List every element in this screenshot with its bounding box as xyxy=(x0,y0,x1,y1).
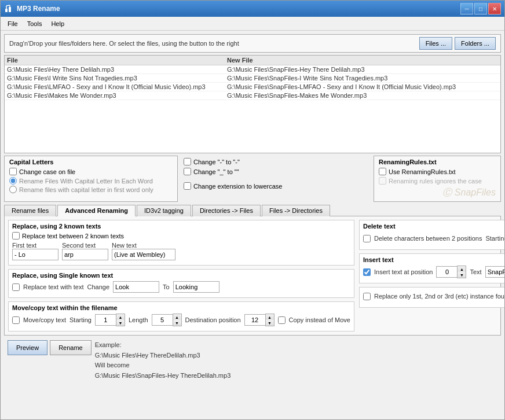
change-underscore-checkbox[interactable] xyxy=(184,168,191,175)
new-text-group: New text xyxy=(112,242,175,260)
change-case-checkbox[interactable] xyxy=(9,168,17,175)
app-icon xyxy=(4,4,13,13)
first-text-input[interactable] xyxy=(12,249,58,260)
delete-text-section: Delete text Delete characters between 2 … xyxy=(359,220,504,250)
dest-spinner: ▲ ▼ xyxy=(244,314,275,326)
starting-label-del: Starting xyxy=(485,235,504,242)
main-content: Drag'n'Drop your files/folders here. Or … xyxy=(1,31,504,419)
starting-label-mc: Starting xyxy=(69,316,92,323)
rules-ignore-label: Renaming rules ignores the case xyxy=(389,178,482,185)
replace-instance-checkbox[interactable] xyxy=(363,293,371,300)
tab-advanced-renaming[interactable]: Advanced Renaming xyxy=(57,205,136,216)
first-text-label: First text xyxy=(12,242,58,249)
table-row[interactable]: G:\Music Files\Makes Me Wonder.mp3 G:\Mu… xyxy=(5,91,500,100)
dest-label: Destination position xyxy=(185,316,241,323)
file-header: File xyxy=(7,57,227,64)
drop-text: Drag'n'Drop your files/folders here. Or … xyxy=(9,40,239,47)
delete-text-row: Delete characters between 2 positions St… xyxy=(363,232,504,245)
insert-pos-input[interactable] xyxy=(436,266,457,278)
length-up-mc[interactable]: ▲ xyxy=(173,314,181,320)
replace-single-title: Replace, using Single known text xyxy=(12,272,350,279)
menu-tools[interactable]: Tools xyxy=(23,18,47,30)
dest-input[interactable] xyxy=(244,314,265,326)
replace-instance-label: Replace only 1st, 2nd or 3rd (etc) insta… xyxy=(374,293,504,300)
dest-down[interactable]: ▼ xyxy=(266,320,274,326)
new-file-cell: G:\Music Files\SnapFiles-LMFAO - Sexy an… xyxy=(227,83,498,90)
new-text-input[interactable] xyxy=(112,249,175,260)
folders-button[interactable]: Folders ... xyxy=(455,37,496,50)
insert-pos-btns: ▲ ▼ xyxy=(457,266,466,278)
length-input-mc[interactable] xyxy=(152,314,173,326)
second-text-label: Second text xyxy=(62,242,108,249)
close-button[interactable]: ✕ xyxy=(488,3,501,14)
change-extension-checkbox[interactable] xyxy=(184,182,191,190)
rename-first-word-row: Rename files with capital letter in firs… xyxy=(9,186,173,193)
capital-letters-title: Capital Letters xyxy=(9,159,173,165)
insert-pos-down[interactable]: ▼ xyxy=(458,272,466,278)
move-copy-checkbox[interactable] xyxy=(12,316,20,324)
table-row[interactable]: G:\Music Files\LMFAO - Sexy and I Know I… xyxy=(5,83,500,91)
insert-pos-up[interactable]: ▲ xyxy=(458,266,466,272)
second-text-group: Second text xyxy=(62,242,108,260)
starting-input-mc[interactable] xyxy=(95,314,116,326)
example-line2: Will become xyxy=(95,362,130,369)
rename-each-word-radio[interactable] xyxy=(9,177,17,185)
rename-each-word-label: Rename Files With Capital Letter In Each… xyxy=(19,178,153,185)
replace-instance-section: Replace only 1st, 2nd or 3rd (etc) insta… xyxy=(359,287,504,308)
tab-files-directories[interactable]: Files -> Directories xyxy=(262,205,330,216)
insert-at-pos-checkbox[interactable] xyxy=(363,268,371,276)
panel-right: Delete text Delete characters between 2 … xyxy=(359,220,504,331)
rename-first-word-radio[interactable] xyxy=(9,186,17,193)
move-copy-section: Move/copy text within the filename Move/… xyxy=(8,301,354,331)
menubar: File Tools Help xyxy=(1,17,504,31)
table-row[interactable]: G:\Music Files\Hey There Delilah.mp3 G:\… xyxy=(5,65,500,74)
to-input[interactable] xyxy=(173,281,219,293)
move-copy-row: Move/copy text Starting ▲ ▼ Length xyxy=(12,314,350,326)
replace-2-texts-section: Replace, using 2 known texts Replace tex… xyxy=(8,220,354,266)
file-cell: G:\Music Files\Hey There Delilah.mp3 xyxy=(7,66,227,73)
insert-text-title: Insert text xyxy=(363,256,504,263)
tab-rename-files[interactable]: Rename files xyxy=(4,205,56,216)
rename-button[interactable]: Rename xyxy=(50,340,92,355)
insert-text-input[interactable] xyxy=(485,266,504,278)
menu-file[interactable]: File xyxy=(3,18,23,30)
replace-single-checkbox[interactable] xyxy=(12,283,20,291)
files-button[interactable]: Files ... xyxy=(419,37,452,50)
change-dash-label: Change "-" to "-" xyxy=(193,159,240,165)
svg-line-3 xyxy=(6,5,10,6)
rules-ignore-checkbox[interactable] xyxy=(379,177,386,185)
rules-ignore-row: Renaming rules ignores the case xyxy=(379,177,496,185)
move-copy-title: Move/copy text within the filename xyxy=(12,304,350,311)
preview-button[interactable]: Preview xyxy=(8,340,47,355)
minimize-button[interactable]: ─ xyxy=(460,3,473,14)
first-text-group: First text xyxy=(12,242,58,260)
starting-spinner-mc: ▲ ▼ xyxy=(95,314,125,326)
window-title: MP3 Rename xyxy=(17,5,60,13)
drop-bar: Drag'n'Drop your files/folders here. Or … xyxy=(4,34,501,53)
replace-2-texts-title: Replace, using 2 known texts xyxy=(12,223,350,230)
replace-between-checkbox[interactable] xyxy=(12,232,20,240)
length-down-mc[interactable]: ▼ xyxy=(173,320,181,326)
tab-id3v2[interactable]: ID3v2 tagging xyxy=(137,205,191,216)
titlebar-left: MP3 Rename xyxy=(4,4,60,13)
change-dash-checkbox[interactable] xyxy=(184,158,191,165)
dest-up[interactable]: ▲ xyxy=(266,314,274,320)
starting-up-mc[interactable]: ▲ xyxy=(116,314,125,320)
table-row[interactable]: G:\Music Files\I Write Sins Not Tragedie… xyxy=(5,74,500,83)
toolbar-buttons: Files ... Folders ... xyxy=(419,37,496,50)
maximize-button[interactable]: □ xyxy=(474,3,487,14)
example-line1: G:\Music Files\Hey ThereDelilah.mp3 xyxy=(95,352,200,359)
menu-help[interactable]: Help xyxy=(46,18,69,30)
new-file-cell: G:\Music Files\SnapFiles-Makes Me Wonder… xyxy=(227,92,498,99)
change-dash-row: Change "-" to "-" xyxy=(184,158,368,165)
delete-text-title: Delete text xyxy=(363,223,504,230)
new-file-cell: G:\Music Files\SnapFiles-Hey There Delil… xyxy=(227,66,498,73)
change-input[interactable] xyxy=(113,281,159,293)
copy-instead-checkbox[interactable] xyxy=(278,316,286,324)
tab-directories-files[interactable]: Directories -> Files xyxy=(192,205,261,216)
delete-chars-checkbox[interactable] xyxy=(363,235,371,242)
starting-down-mc[interactable]: ▼ xyxy=(116,320,125,326)
change-extension-label: Change extension to lowercase xyxy=(193,183,282,190)
use-rules-checkbox[interactable] xyxy=(379,168,386,175)
second-text-input[interactable] xyxy=(62,249,108,260)
